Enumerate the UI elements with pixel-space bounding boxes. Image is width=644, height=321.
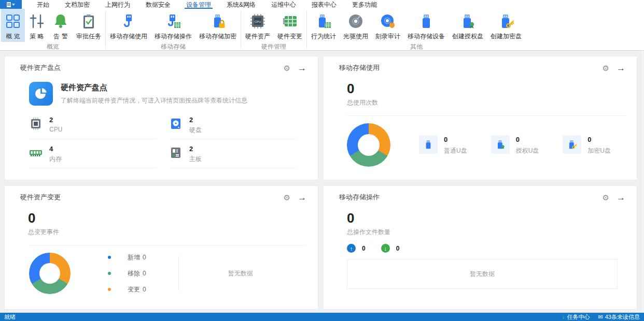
- total-label: 总变更事件: [28, 228, 318, 237]
- vertical-scrollbar[interactable]: [640, 51, 644, 313]
- legend-item-added: 新增 0: [108, 253, 146, 262]
- tab-web-behavior[interactable]: 上网行为: [97, 0, 138, 9]
- download-icon: ↓: [562, 314, 565, 320]
- legend-label: 变更: [128, 285, 140, 294]
- legend-value: 0: [143, 254, 146, 261]
- arrow-right-icon[interactable]: →: [298, 64, 306, 72]
- card-hardware-inventory: 硬件资产盘点 ⚙ → 硬件资产盘点 了解终端当前硬件资产情况，可进入详情页面按品…: [4, 56, 318, 180]
- card-storage-usage: 移动存储使用 ⚙ → 0 总使用次数 0普通U盘: [323, 56, 637, 180]
- legend-label: 新增: [128, 253, 140, 262]
- ribbon-item-hardware-assets[interactable]: CPU 硬件资产: [242, 9, 274, 42]
- stat-label: 主板: [189, 155, 202, 164]
- ribbon-item-storage-usage[interactable]: 移动存储使用: [106, 9, 151, 42]
- stat-label: 授权U盘: [516, 147, 539, 155]
- usb-medal-icon: [491, 135, 510, 154]
- ribbon-item-label: 移动存储操作: [155, 32, 192, 41]
- ribbon-item-behavior-stats[interactable]: 行为统计: [307, 9, 340, 42]
- stat-cpu: 2CPU: [29, 116, 156, 139]
- ribbon-group-overview: 概 览 策 略 告 警 审批任务 概览: [1, 9, 105, 50]
- ribbon-group-label: 其他: [307, 42, 525, 53]
- usb-medal-icon: [459, 11, 476, 31]
- usb-key-icon: [498, 11, 514, 31]
- stat-motherboard: 2主板: [169, 145, 296, 168]
- divider: [347, 115, 625, 116]
- ribbon-item-approval-tasks[interactable]: 审批任务: [73, 9, 105, 42]
- tab-device-management[interactable]: 设备管理: [178, 0, 219, 9]
- stat-label: CPU: [49, 126, 62, 133]
- arrow-right-icon[interactable]: →: [617, 64, 625, 72]
- svg-text:CPU: CPU: [255, 20, 261, 23]
- tab-start[interactable]: 开始: [29, 0, 57, 9]
- ribbon-item-policy[interactable]: 策 略: [25, 9, 49, 42]
- ribbon-item-storage-device[interactable]: 移动存储设备: [404, 9, 449, 42]
- motherboard-icon: [169, 146, 183, 159]
- tab-report-center[interactable]: 报表中心: [304, 0, 344, 9]
- empty-state-text: 暂无数据: [179, 269, 302, 278]
- unread-messages-button[interactable]: ✉ 43条未读信息: [598, 313, 640, 321]
- legend-value: 0: [143, 270, 146, 277]
- tab-doc-encryption[interactable]: 文档加密: [57, 0, 97, 9]
- gear-icon[interactable]: ⚙: [284, 194, 290, 201]
- total-value: 0: [347, 210, 637, 226]
- menu-bar: 开始 文档加密 上网行为 数据安全 设备管理 系统&网络 运维中心 报表中心 更…: [0, 0, 644, 9]
- usb-plug-table-icon: [165, 11, 181, 31]
- stat-label: 普通U盘: [444, 147, 467, 155]
- overview-grid-icon: [5, 11, 21, 31]
- sliders-icon: [29, 11, 45, 31]
- ribbon-item-cd-usage[interactable]: 光驱使用: [340, 9, 372, 42]
- ribbon-item-alert[interactable]: 告 警: [49, 9, 73, 42]
- legend-dot: [108, 272, 111, 275]
- ram-icon: [29, 146, 43, 159]
- stat-value: 0: [444, 136, 467, 143]
- usb-table-icon: [315, 11, 332, 31]
- ribbon-item-create-encrypted-disk[interactable]: 创建加密盘: [487, 9, 525, 42]
- upload-arrow-icon: ↑: [347, 244, 356, 253]
- stat-value: 2: [189, 116, 202, 124]
- ribbon-item-label: 行为统计: [311, 32, 336, 41]
- ribbon-item-create-authorized-disk[interactable]: 创建授权盘: [449, 9, 487, 42]
- stat-value: 2: [49, 116, 62, 124]
- tab-system-network[interactable]: 系统&网络: [219, 0, 263, 9]
- ribbon-item-storage-operation[interactable]: 移动存储操作: [151, 9, 195, 42]
- cd-disc-icon: [347, 11, 364, 31]
- stat-value: 0: [587, 136, 611, 143]
- task-center-label: 任务中心: [567, 313, 590, 321]
- tab-data-security[interactable]: 数据安全: [138, 0, 178, 9]
- card-title: 移动存储操作: [339, 193, 380, 202]
- gear-icon[interactable]: ⚙: [603, 64, 609, 72]
- ribbon-item-label: 策 略: [30, 32, 44, 41]
- hardware-stats: 2CPU 2硬盘 4内存 2主板: [29, 116, 296, 168]
- card-title: 硬件资产盘点: [20, 63, 61, 72]
- ribbon-group-hardware: CPU 硬件资产 硬件变更 硬件管理: [242, 9, 306, 50]
- empty-state-text: 暂无数据: [470, 270, 495, 279]
- ribbon-item-burn-audit[interactable]: 刻录审计: [372, 9, 404, 42]
- arrow-right-icon[interactable]: →: [617, 193, 625, 202]
- ribbon-item-label: 审批任务: [76, 32, 101, 41]
- tab-more-features[interactable]: 更多功能: [344, 0, 385, 9]
- ribbon-item-storage-encryption[interactable]: 移动存储加密: [195, 9, 240, 42]
- dashboard-grid: 硬件资产盘点 ⚙ → 硬件资产盘点 了解终端当前硬件资产情况，可进入详情页面按品…: [0, 51, 644, 310]
- ribbon-item-hardware-change[interactable]: 硬件变更: [274, 9, 306, 42]
- intro-description: 了解终端当前硬件资产情况，可进入详情页面按品牌等查看统计信息: [61, 96, 247, 105]
- status-text: 就绪: [4, 313, 16, 321]
- ribbon-item-label: 刻录审计: [375, 32, 400, 41]
- stat-authorized-usb: 0授权U盘: [491, 135, 539, 155]
- storage-usage-donut-chart: [347, 123, 390, 167]
- ribbon-item-label: 移动存储使用: [110, 32, 147, 41]
- ribbon-group-label: 概览: [1, 42, 105, 53]
- intro-title: 硬件资产盘点: [61, 83, 247, 93]
- download-count: 0: [396, 245, 400, 252]
- ribbon-group-label: 移动存储: [106, 42, 240, 53]
- arrow-right-icon[interactable]: →: [298, 193, 306, 202]
- gear-icon[interactable]: ⚙: [603, 194, 609, 201]
- stat-label: 加密U盘: [587, 147, 611, 155]
- app-logo-button[interactable]: [0, 0, 22, 9]
- ribbon-item-overview[interactable]: 概 览: [1, 9, 25, 42]
- ribbon-group-removable-storage: 移动存储使用 移动存储操作 移动存储加密 移动存储: [106, 9, 240, 50]
- gear-icon[interactable]: ⚙: [284, 64, 290, 72]
- legend-dot: [108, 288, 111, 291]
- tab-ops-center[interactable]: 运维中心: [263, 0, 304, 9]
- card-hardware-change: 硬件资产变更 ⚙ → 0 总变更事件 新增 0 移除 0: [4, 185, 318, 310]
- task-center-button[interactable]: ↓ 任务中心: [562, 313, 590, 321]
- ribbon-separator: [306, 10, 307, 49]
